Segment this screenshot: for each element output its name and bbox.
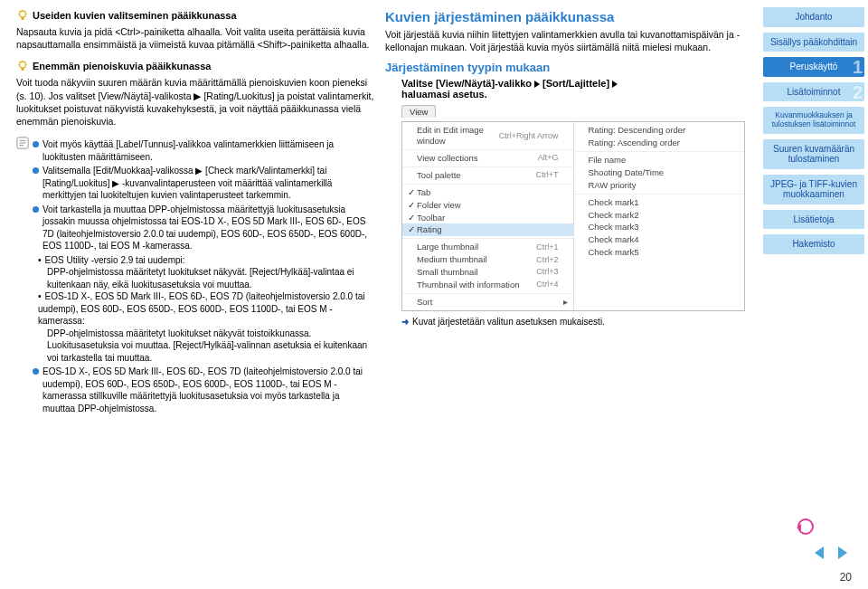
menu-shortcut: Ctrl+Right Arrow bbox=[499, 131, 559, 141]
sidebar-item[interactable]: Lisätietoja bbox=[763, 210, 864, 230]
menu-right-panel: Rating: Descending orderRating: Ascendin… bbox=[574, 122, 745, 309]
chevron-right-icon bbox=[612, 81, 618, 88]
sidebar-item[interactable]: Hakemisto bbox=[763, 234, 864, 254]
sidebar-item[interactable]: Kuvanmuokkauksen ja tulostuksen lisätoim… bbox=[763, 107, 864, 134]
note-icon bbox=[16, 137, 29, 149]
submenu-item[interactable]: Check mark5 bbox=[574, 246, 745, 259]
sidebar-item[interactable]: Johdanto bbox=[763, 7, 864, 27]
bullet-text: Voit myös käyttää [Label/Tunnus]-valikko… bbox=[42, 138, 374, 163]
sidebar-item[interactable]: 2Lisätoiminnot bbox=[763, 82, 864, 102]
menu-item[interactable]: ✓Tab bbox=[402, 184, 573, 199]
bullet-text: Valitsemalla [Edit/Muokkaa]-valikossa ▶ … bbox=[42, 165, 374, 202]
bullet-icon bbox=[33, 368, 39, 375]
triangle-left-icon bbox=[815, 546, 824, 559]
prev-page-button[interactable] bbox=[810, 544, 828, 562]
menu-item[interactable]: ✓Toolbar bbox=[402, 212, 573, 224]
sidebar-item-label: Peruskäyttö bbox=[790, 62, 838, 71]
tip2-title: Enemmän pienoiskuvia pääikkunassa bbox=[33, 61, 211, 71]
tip2-heading: Enemmän pienoiskuvia pääikkunassa bbox=[16, 60, 374, 72]
page-number: 20 bbox=[840, 571, 852, 584]
menu-item-label: Folder view bbox=[417, 200, 559, 211]
submenu-item[interactable]: Rating: Ascending order bbox=[574, 137, 745, 149]
menu-item[interactable]: Thumbnail with informationCtrl+4 bbox=[402, 279, 573, 291]
lightbulb-icon bbox=[16, 9, 29, 22]
menu-shortcut: Alt+G bbox=[538, 153, 559, 163]
sidebar-item-label: Kuvanmuokkauksen ja tulostuksen lisätoim… bbox=[772, 110, 856, 128]
submenu-item[interactable]: Shooting Date/Time bbox=[574, 166, 745, 179]
sidebar-item-label: JPEG- ja TIFF-kuvien muokkaaminen bbox=[770, 179, 857, 200]
sidebar-item[interactable]: JPEG- ja TIFF-kuvien muokkaaminen bbox=[763, 175, 864, 204]
bullet-text: Voit tarkastella ja muuttaa DPP-ohjelmis… bbox=[42, 204, 374, 252]
menu-shortcut: Ctrl+4 bbox=[536, 280, 558, 290]
tip1-body: Napsauta kuvia ja pidä <Ctrl>-painiketta… bbox=[16, 25, 374, 51]
sub-body: DPP-ohjelmistossa määritetyt luokitukset… bbox=[47, 266, 374, 290]
menu-item-label: Sort bbox=[417, 297, 559, 308]
menu-item[interactable]: Large thumbnailCtrl+1 bbox=[402, 238, 573, 253]
menu-left-panel: Edit in Edit image windowCtrl+Right Arro… bbox=[402, 122, 574, 309]
menu-item[interactable]: Edit in Edit image windowCtrl+Right Arro… bbox=[402, 124, 573, 147]
check-icon: ✓ bbox=[406, 213, 417, 223]
heading-arrange: Kuvien järjestäminen pääikkunassa bbox=[385, 9, 754, 24]
check-icon: ✓ bbox=[406, 224, 417, 235]
sidebar-item-label: Lisätietoja bbox=[793, 214, 834, 224]
submenu-item[interactable]: RAW priority bbox=[574, 179, 745, 192]
next-page-button[interactable] bbox=[834, 544, 852, 562]
submenu-item[interactable]: File name bbox=[574, 151, 745, 166]
bullet-icon bbox=[33, 167, 39, 174]
menu-item-label: Large thumbnail bbox=[417, 242, 536, 252]
svg-rect-13 bbox=[22, 68, 24, 71]
sidebar-item[interactable]: 1Peruskäyttö bbox=[763, 57, 864, 77]
menu-item[interactable]: Sort▸ bbox=[402, 293, 573, 309]
context-menu: Edit in Edit image windowCtrl+Right Arro… bbox=[401, 121, 745, 310]
sidebar-item-label: Johdanto bbox=[795, 12, 832, 22]
heading-sort-type: Järjestäminen tyypin mukaan bbox=[385, 61, 754, 74]
menu-item[interactable]: Medium thumbnailCtrl+2 bbox=[402, 253, 573, 266]
sidebar-item[interactable]: Sisällys pääkohdittain bbox=[763, 33, 864, 52]
check-icon: ✓ bbox=[406, 187, 417, 198]
bullet-icon bbox=[33, 141, 39, 147]
menu-shortcut: Ctrl+3 bbox=[536, 267, 558, 277]
menu-item[interactable]: ✓Folder view bbox=[402, 199, 573, 212]
submenu-item[interactable]: Check mark2 bbox=[574, 209, 745, 222]
sub-bullet: EOS Utility -versio 2.9 tai uudempi: bbox=[38, 254, 374, 267]
menu-item[interactable]: Tool paletteCtrl+T bbox=[402, 166, 573, 182]
sidebar-item-label: Sisällys pääkohdittain bbox=[770, 37, 857, 47]
menu-item-label: Tool palette bbox=[417, 170, 536, 181]
submenu-label: Check mark4 bbox=[589, 234, 740, 245]
submenu-label: RAW priority bbox=[589, 180, 740, 191]
submenu-label: Check mark5 bbox=[589, 247, 740, 258]
submenu-label: Rating: Ascending order bbox=[589, 138, 740, 148]
menu-shortcut: Ctrl+1 bbox=[536, 242, 558, 252]
left-column: Useiden kuvien valitseminen pääikkunassa… bbox=[0, 0, 380, 589]
menu-item[interactable]: View collectionsAlt+G bbox=[402, 149, 573, 165]
menu-item[interactable]: Small thumbnailCtrl+3 bbox=[402, 266, 573, 279]
intro-paragraph: Voit järjestää kuvia niihin liitettyjen … bbox=[385, 28, 754, 53]
menu-item-label: Small thumbnail bbox=[417, 267, 536, 278]
note-block: Voit myös käyttää [Label/Tunnus]-valikko… bbox=[16, 137, 374, 416]
submenu-item[interactable]: Rating: Descending order bbox=[574, 124, 745, 137]
return-button[interactable] bbox=[797, 518, 814, 535]
page-nav bbox=[810, 544, 852, 562]
menu-item[interactable]: ✓Rating bbox=[402, 223, 573, 236]
submenu-item[interactable]: Check mark1 bbox=[574, 194, 745, 209]
bullet-icon bbox=[33, 206, 39, 213]
submenu-arrow-icon: ▸ bbox=[559, 297, 568, 308]
submenu-item[interactable]: Check mark3 bbox=[574, 221, 745, 233]
sidebar-item-label: Hakemisto bbox=[792, 239, 835, 249]
sub-body: DPP-ohjelmistossa määritetyt luokitukset… bbox=[47, 328, 374, 365]
chevron-right-icon bbox=[534, 81, 540, 88]
submenu-label: Shooting Date/Time bbox=[589, 167, 740, 178]
submenu-label: Check mark1 bbox=[589, 197, 740, 208]
menu-shortcut: Ctrl+2 bbox=[536, 255, 558, 265]
sub-bullet: EOS-1D X-, EOS 5D Mark III-, EOS 6D-, EO… bbox=[38, 290, 374, 328]
chapter-number: 1 bbox=[853, 57, 863, 78]
sidebar-item[interactable]: Suuren kuvamäärän tulostaminen bbox=[763, 139, 864, 169]
submenu-item[interactable]: Check mark4 bbox=[574, 233, 745, 246]
tip2-body: Voit tuoda näkyviin suuren määrän kuvia … bbox=[16, 76, 374, 128]
view-menu-tab[interactable]: View bbox=[401, 105, 436, 118]
check-icon: ✓ bbox=[406, 200, 417, 211]
submenu-label: Check mark2 bbox=[589, 210, 740, 221]
submenu-label: Check mark3 bbox=[589, 222, 740, 233]
right-column: Kuvien järjestäminen pääikkunassa Voit j… bbox=[380, 0, 760, 589]
result-line: ➜Kuvat järjestetään valitun asetuksen mu… bbox=[401, 317, 754, 327]
